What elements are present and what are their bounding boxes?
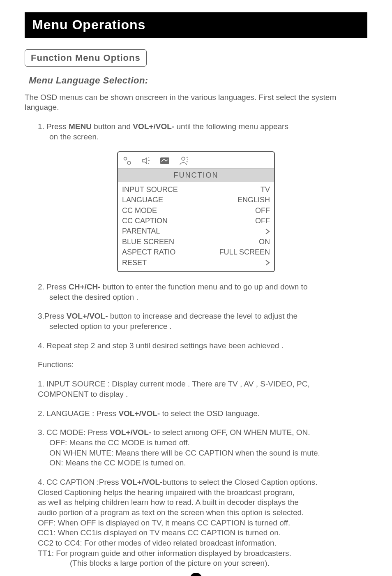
osd-row-label: ASPECT RATIO: [122, 248, 175, 257]
osd-row-cc-mode: CC MODE OFF: [122, 206, 270, 216]
step-1-line-1: 1. Press MENU button and VOL+/VOL- until…: [38, 122, 367, 132]
audio-settings-icon: [141, 156, 152, 165]
osd-tab-row: [118, 152, 274, 169]
step-3-post: button to increase and decrease the leve…: [108, 312, 298, 320]
osd-row-label: PARENTAL: [122, 227, 160, 236]
function-4-line-9: (This blocks a large portion of the pict…: [70, 558, 367, 569]
osd-row-label: LANGUAGE: [122, 195, 163, 205]
section-label: Function Menu Options: [31, 53, 141, 63]
function-3-line-4: ON: Means the CC MODE is turned on.: [49, 458, 367, 468]
functions-heading: Functions:: [38, 360, 367, 370]
osd-row-value: FULL SCREEN: [219, 248, 270, 257]
page-number-badge: 15: [190, 573, 202, 576]
step-2: 2. Press CH+/CH- button to enter the fun…: [25, 282, 367, 302]
osd-row-label: CC CAPTION: [122, 216, 168, 226]
function-3-bold: VOL+/VOL-: [110, 428, 151, 437]
function-4-line-8: TT1: For program guide and other informa…: [38, 548, 367, 559]
step-1-pre: 1. Press: [38, 122, 69, 131]
osd-row-input-source: INPUT SOURCE TV: [122, 185, 270, 195]
page-title-bar: Menu Operations: [25, 12, 367, 38]
section-label-box: Function Menu Options: [25, 49, 147, 67]
page-root: Menu Operations Function Menu Options Me…: [0, 0, 392, 576]
osd-row-parental: PARENTAL: [122, 226, 270, 236]
step-3-pre: 3.Press: [38, 312, 67, 320]
function-3-line-1: 3. CC MODE: Press VOL+/VOL- to select am…: [38, 428, 367, 438]
function-2-bold: VOL+/VOL-: [118, 409, 160, 418]
function-settings-icon: [178, 156, 189, 166]
function-1-line-1: 1. INPUT SOURCE : Display current mode .…: [38, 379, 367, 389]
osd-row-label: CC MODE: [122, 206, 157, 215]
function-4-post: buttons to select the Closed Caption opt…: [163, 478, 318, 486]
function-2-post: to select the OSD language.: [160, 409, 260, 418]
function-3-pre: 3. CC MODE: Press: [38, 428, 110, 437]
chevron-right-icon: [265, 260, 270, 266]
function-4-line-3: as well as helping children learn how to…: [38, 497, 367, 508]
function-2: 2. LANGUAGE : Press VOL+/VOL- to select …: [38, 409, 367, 419]
osd-wrapper: FUNCTION INPUT SOURCE TV LANGUAGE ENGLIS…: [25, 151, 367, 273]
function-3-post: to select among OFF, ON WHEN MUTE, ON.: [151, 428, 310, 437]
step-1-post: until the following menu appears: [174, 122, 288, 131]
step-2-post: button to enter the function menu and to…: [101, 282, 308, 291]
step-1-mid: button and: [92, 122, 133, 131]
step-1-line-2: on the screen.: [49, 132, 367, 142]
chevron-right-icon: [265, 229, 270, 234]
step-1: 1. Press MENU button and VOL+/VOL- until…: [25, 122, 367, 142]
osd-row-value: TV: [261, 185, 270, 194]
osd-menu: FUNCTION INPUT SOURCE TV LANGUAGE ENGLIS…: [117, 151, 275, 273]
step-2-line-2: select the desired option .: [49, 292, 367, 303]
function-4-bold: VOL+/VOL-: [121, 478, 163, 486]
osd-row-aspect-ratio: ASPECT RATIO FULL SCREEN: [122, 247, 270, 257]
function-4-line-7: CC2 to CC4: For other modes of video rel…: [38, 538, 367, 548]
osd-header: FUNCTION: [118, 169, 274, 182]
osd-row-language: LANGUAGE ENGLISH: [122, 195, 270, 205]
osd-row-blue-screen: BLUE SCREEN ON: [122, 237, 270, 247]
function-1-line-2: COMPONENT to display .: [38, 389, 367, 400]
svg-point-1: [127, 161, 131, 164]
svg-point-0: [124, 157, 127, 160]
function-4-line-5: OFF: When OFF is displayed on TV, it mea…: [38, 518, 367, 528]
function-4-line-6: CC1: When CC1is displayed on TV means CC…: [38, 528, 367, 538]
step-3-line-1: 3.Press VOL+/VOL- button to increase and…: [38, 311, 367, 322]
function-3-line-2: OFF: Means the CC MODE is turned off.: [49, 438, 367, 448]
step-2-pre: 2. Press: [38, 282, 69, 291]
picture-settings-icon: [123, 156, 134, 165]
step-3-line-2: selected option to your preference .: [49, 322, 367, 332]
step-3-bold: VOL+/VOL-: [67, 312, 108, 320]
function-4-line-1: 4. CC CAPTION :Press VOL+/VOL-buttons to…: [38, 477, 367, 488]
step-4: 4. Repeat step 2 and step 3 until desire…: [38, 341, 367, 351]
osd-row-value: ENGLISH: [238, 195, 270, 205]
display-settings-icon: [159, 156, 171, 165]
osd-row-label: BLUE SCREEN: [122, 237, 174, 247]
svg-rect-2: [160, 157, 169, 164]
intro-paragraph: The OSD menus can be shown onscreen in t…: [25, 93, 367, 113]
step-3: 3.Press VOL+/VOL- button to increase and…: [25, 311, 367, 331]
function-3-line-3: ON WHEN MUTE: Means there will be CC CAP…: [49, 448, 367, 458]
osd-row-cc-caption: CC CAPTION OFF: [122, 216, 270, 226]
step-1-bold-vol: VOL+/VOL-: [133, 122, 174, 131]
osd-row-label: RESET: [122, 258, 147, 268]
function-1: 1. INPUT SOURCE : Display current mode .…: [25, 379, 367, 399]
page-footer: 15: [25, 573, 367, 576]
osd-row-label: INPUT SOURCE: [122, 185, 178, 194]
osd-row-value: OFF: [255, 216, 270, 226]
step-2-line-1: 2. Press CH+/CH- button to enter the fun…: [38, 282, 367, 292]
function-4-line-2: Closed Captioning helps the hearing impa…: [38, 488, 367, 498]
function-3: 3. CC MODE: Press VOL+/VOL- to select am…: [25, 428, 367, 468]
function-4: 4. CC CAPTION :Press VOL+/VOL-buttons to…: [25, 477, 367, 569]
page-title: Menu Operations: [32, 17, 145, 32]
function-4-line-4: audio portion of a program as text on th…: [38, 508, 367, 518]
osd-row-reset: RESET: [122, 258, 270, 268]
osd-row-value: OFF: [255, 206, 270, 215]
osd-row-value: ON: [259, 237, 270, 247]
function-2-pre: 2. LANGUAGE : Press: [38, 409, 118, 418]
step-1-bold-menu: MENU: [69, 122, 92, 131]
osd-rows: INPUT SOURCE TV LANGUAGE ENGLISH CC MODE…: [118, 182, 274, 271]
subheading: Menu Language Selection:: [29, 75, 367, 87]
function-4-pre: 4. CC CAPTION :Press: [38, 478, 121, 486]
step-2-bold: CH+/CH-: [69, 282, 101, 291]
svg-point-3: [182, 157, 185, 160]
